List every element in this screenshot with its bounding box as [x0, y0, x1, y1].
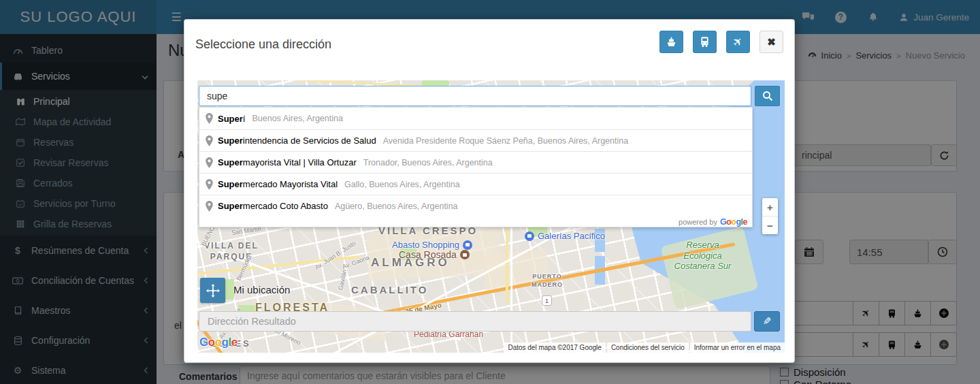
powered-by-google: powered by Google — [199, 217, 752, 227]
zoom-in-button[interactable]: + — [762, 198, 778, 217]
landmark-poi-icon — [460, 250, 470, 259]
district-label: VILLA DEL PARQUE — [197, 241, 265, 262]
suggestion-text: Supermercado Mayorista Vital — [218, 179, 338, 189]
suggestion-item[interactable]: Superintendencia de Servicios de Salud A… — [199, 129, 752, 151]
plane-icon: ✈ — [730, 33, 747, 50]
terms-link[interactable]: Condiciones del servicio — [607, 342, 689, 353]
suggestion-item[interactable]: Supermercado Coto Abasto Agüero, Buenos … — [199, 195, 752, 217]
report-error-link[interactable]: Informar un error en el mapa — [690, 342, 785, 353]
address-search-input[interactable] — [199, 86, 751, 106]
map-zoom-control: + − — [762, 198, 778, 234]
pin-icon — [206, 201, 213, 212]
edit-address-button[interactable]: ✎ — [754, 311, 780, 332]
close-modal-button[interactable]: ✖ — [760, 31, 783, 53]
poi-label: Casa Rosada — [399, 249, 457, 260]
result-address-input[interactable] — [199, 311, 751, 332]
suggestion-text: Superintendencia de Servicios de Salud — [218, 135, 376, 146]
pin-icon — [206, 179, 213, 190]
search-icon — [762, 91, 773, 101]
modal-title: Seleccione una dirección — [195, 37, 331, 52]
crosshair-icon — [206, 284, 220, 298]
shopping-poi-icon — [463, 240, 472, 250]
modal-header-buttons: ✈ ✖ — [659, 31, 783, 53]
suggestion-secondary: Avenida Presidente Roque Sáenz Peña, Bue… — [383, 136, 628, 146]
suggestion-secondary: Gallo, Buenos Aires, Argentina — [344, 180, 460, 189]
app-screen: SU LOGO AQUI ☰ ? — [0, 0, 980, 384]
poi-label: Galerías Pacífico — [538, 231, 605, 241]
pencil-icon: ✎ — [763, 315, 772, 327]
suggestion-secondary: Buenos Aires, Argentina — [252, 114, 342, 123]
poi-label-abasto: Abasto Shopping — [392, 240, 472, 250]
bus-icon — [699, 36, 710, 48]
close-icon: ✖ — [767, 36, 776, 48]
address-modal: Seleccione una dirección ✈ ✖ — [184, 19, 795, 363]
poi-label-galerias: Galerías Pacífico — [525, 231, 605, 241]
pin-icon — [206, 135, 213, 146]
route-shield: 1 — [542, 295, 552, 306]
ship-icon — [666, 36, 677, 48]
my-location-label: Mi ubicación — [233, 284, 290, 295]
suggestion-secondary: Tronador, Buenos Aires, Argentina — [363, 158, 493, 167]
google-logo: Google — [720, 217, 747, 227]
suggestion-item[interactable]: Superí Buenos Aires, Argentina — [199, 108, 752, 129]
poi-label-reserva: Reserva Ecológica Costanera Sur — [667, 240, 738, 272]
google-maps-logo[interactable]: Google — [199, 336, 238, 349]
pin-icon — [206, 113, 213, 124]
suggestion-secondary: Agüero, Buenos Aires, Argentina — [335, 202, 458, 211]
suggestion-item[interactable]: Supermercado Mayorista Vital Gallo, Buen… — [199, 173, 752, 195]
map-canvas[interactable]: VILLA CRESPO VILLA DEL PARQUE ALMAGRO CA… — [197, 80, 785, 353]
street-label: Gavilán — [337, 269, 348, 291]
map-attribution: Datos del mapa ©2017 Google Condiciones … — [504, 342, 785, 353]
poi-label: Abasto Shopping — [392, 240, 459, 250]
district-label: PUERTO MADERO — [523, 273, 572, 289]
autocomplete-dropdown: Superí Buenos Aires, Argentina Superinte… — [199, 107, 753, 227]
poi-label-casa-rosada: Casa Rosada — [399, 249, 470, 260]
pin-icon — [206, 157, 213, 168]
my-location-button[interactable] — [200, 278, 225, 303]
bus-mode-button[interactable] — [693, 31, 717, 53]
suggestion-item[interactable]: Supermayorista Vital | Villa Ortuzar Tro… — [199, 151, 752, 173]
search-button[interactable] — [755, 86, 780, 106]
suggestion-text: Superí — [218, 114, 245, 124]
district-label: CABALLITO — [351, 284, 428, 295]
ship-mode-button[interactable] — [659, 31, 683, 53]
zoom-out-button[interactable]: − — [762, 217, 778, 234]
plane-mode-button[interactable]: ✈ — [726, 31, 750, 53]
map-data-copyright: Datos del mapa ©2017 Google — [504, 342, 605, 353]
shopping-poi-icon — [525, 231, 534, 241]
suggestion-text: Supermayorista Vital | Villa Ortuzar — [218, 157, 357, 167]
suggestion-text: Supermercado Coto Abasto — [218, 201, 328, 211]
